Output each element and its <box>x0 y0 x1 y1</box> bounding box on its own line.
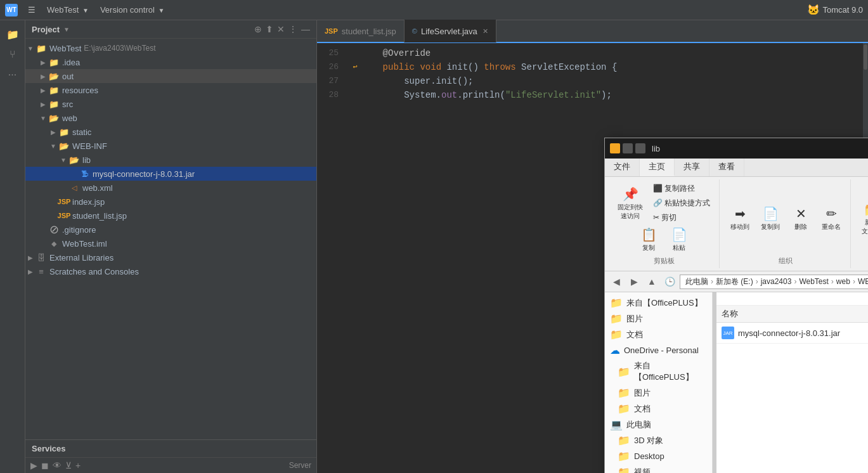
title-icon-gray2 <box>635 143 645 153</box>
exp-item-pictures2[interactable]: 📁 图片 <box>605 385 712 401</box>
pin-btn[interactable]: 📌 固定到快速访问 <box>614 184 647 223</box>
tree-item-web[interactable]: ▼ 📂 web <box>25 111 316 125</box>
tree-item-scratches[interactable]: ▶ ≡ Scratches and Consoles <box>25 264 316 278</box>
ribbon-group-organize: ➡ 移动到 📄 复制到 ✕ 删除 <box>721 179 851 268</box>
add-service-icon[interactable]: + <box>75 460 81 470</box>
web-folder-icon: 📂 <box>48 112 60 124</box>
hamburger-menu[interactable]: ☰ <box>23 3 41 17</box>
tree-item-lib[interactable]: ▼ 📂 lib <box>25 153 316 167</box>
tree-label-root: WebTest <box>49 44 81 53</box>
exp-item-officeplus1[interactable]: 📁 来自【OfficePLUS】 <box>605 295 712 311</box>
ribbon-tab-view[interactable]: 查看 <box>709 159 744 176</box>
filter-icon[interactable]: ⊻ <box>65 460 72 470</box>
stop-icon[interactable]: ◼ <box>41 460 49 470</box>
exp-item-docs1[interactable]: 📁 文档 <box>605 327 712 342</box>
copy-to-btn[interactable]: 📄 复制到 <box>756 204 784 234</box>
line-code-27: super.init(); <box>361 76 868 86</box>
exp-item-desktop[interactable]: 📁 Desktop <box>605 448 712 464</box>
version-control-menu-item[interactable]: Version control ▼ <box>95 3 170 17</box>
collapse-icon[interactable]: ⬆ <box>266 24 273 34</box>
exp-item-docs2[interactable]: 📁 文档 <box>605 401 712 417</box>
tab-close-icon[interactable]: ✕ <box>483 27 488 36</box>
project-header-icons: ⊕ ⬆ ✕ ⋮ — <box>254 24 310 34</box>
tree-item-studentjsp[interactable]: JSP student_list.jsp <box>25 209 316 223</box>
recent-btn[interactable]: 🕒 <box>662 274 677 289</box>
line-code-26: public void init() throws ServletExcepti… <box>361 62 868 72</box>
cut-btn[interactable]: ✂ 剪切 <box>649 211 714 224</box>
tree-label-mysql-jar: mysql-connector-j-8.0.31.jar <box>93 169 195 179</box>
new-buttons: 📁 新建文件夹 📝 新建项目 ▼ ⚡ 轻松访问 ▼ <box>857 182 868 255</box>
sidebar-icon-folder[interactable]: 📁 <box>4 25 22 43</box>
tree-item-webxml[interactable]: ◁ web.xml <box>25 181 316 195</box>
run-icon[interactable]: ▶ <box>30 460 37 470</box>
tree-item-mysql-jar[interactable]: 🗜 mysql-connector-j-8.0.31.jar <box>25 167 316 181</box>
tab-life-servlet[interactable]: © LifeServlet.java ✕ <box>405 20 496 42</box>
paste-shortcut-btn[interactable]: 🔗 粘贴快捷方式 <box>649 197 714 210</box>
path-webtest: WebTest <box>799 277 828 286</box>
delete-btn[interactable]: ✕ 删除 <box>787 204 815 234</box>
tree-item-out[interactable]: ▶ 📂 out <box>25 69 316 83</box>
project-panel: Project ▼ ⊕ ⬆ ✕ ⋮ — ▼ 📁 WebTest E:\java2… <box>25 20 317 473</box>
project-header: Project ▼ ⊕ ⬆ ✕ ⋮ — <box>25 20 316 39</box>
tree-item-iml[interactable]: ◆ WebTest.iml <box>25 236 316 250</box>
tree-item-indexjsp[interactable]: JSP index.jsp <box>25 195 316 209</box>
pin-icon: 📌 <box>623 186 638 202</box>
explorer-sidebar: 📁 来自【OfficePLUS】 📁 图片 📁 文档 ☁ OneDrive - … <box>605 292 713 473</box>
jsp-file-icon: JSP <box>58 196 70 207</box>
jsp2-file-icon: JSP <box>58 210 70 221</box>
tree-item-resources[interactable]: ▶ 📁 resources <box>25 83 316 97</box>
tree-item-idea[interactable]: ▶ 📁 .idea <box>25 55 316 69</box>
static-folder-icon: 📁 <box>58 126 70 138</box>
tree-item-webinf[interactable]: ▼ 📂 WEB-INF <box>25 139 316 153</box>
paste-btn[interactable]: 📄 粘贴 <box>665 224 693 255</box>
copy-label: 复制 <box>642 243 655 252</box>
forward-btn[interactable]: ▶ <box>626 274 642 289</box>
tree-label-webxml: web.xml <box>82 183 113 193</box>
ribbon: 文件 主页 共享 查看 📌 固定到快速访问 ⬛ <box>605 159 868 271</box>
copy-path-btn[interactable]: ⬛ 复制路径 <box>649 182 714 195</box>
project-panel-title: Project <box>32 25 60 34</box>
exp-item-officeplus2[interactable]: 📁 来自【OfficePLUS】 <box>605 358 712 385</box>
tab-student-list[interactable]: JSP student_list.jsp <box>317 20 405 42</box>
tree-label-root-path: E:\java2403\WebTest <box>84 44 155 53</box>
sidebar-icon-more[interactable]: ··· <box>4 66 22 84</box>
tree-item-src[interactable]: ▶ 📁 src <box>25 97 316 111</box>
eye-icon[interactable]: 👁 <box>53 460 62 470</box>
close-panel-icon[interactable]: ✕ <box>277 24 285 34</box>
sidebar-icon-git[interactable]: ⑂ <box>4 46 22 63</box>
exp-item-3dobjects[interactable]: 📁 3D 对象 <box>605 432 712 448</box>
tree-label-webinf: WEB-INF <box>72 141 107 151</box>
col-header-name[interactable]: 名称 <box>722 308 868 320</box>
exp-item-pictures1[interactable]: 📁 图片 <box>605 311 712 327</box>
move-to-btn[interactable]: ➡ 移动到 <box>726 204 754 234</box>
new-folder-btn[interactable]: 📁 新建文件夹 <box>857 199 868 238</box>
rename-btn[interactable]: ✏ 重命名 <box>817 204 845 234</box>
copy-to-icon: 📄 <box>763 206 779 221</box>
up-btn[interactable]: ▲ <box>644 274 659 289</box>
explorer-body: 📁 来自【OfficePLUS】 📁 图片 📁 文档 ☁ OneDrive - … <box>605 292 868 473</box>
exp-item-onedrive[interactable]: ☁ OneDrive - Personal <box>605 342 712 358</box>
gear-icon[interactable]: ⋮ <box>288 24 297 34</box>
tree-item-ext-lib[interactable]: ▶ 🗄 External Libraries <box>25 250 316 264</box>
delete-label: 删除 <box>794 223 807 231</box>
exp-item-computer[interactable]: 💻 此电脑 <box>605 417 712 432</box>
back-btn[interactable]: ◀ <box>609 274 624 289</box>
tree-item-root[interactable]: ▼ 📁 WebTest E:\java2403\WebTest <box>25 41 316 55</box>
minimize-icon[interactable]: — <box>301 24 310 34</box>
ribbon-tab-share[interactable]: 共享 <box>675 159 709 176</box>
address-path[interactable]: 此电脑 › 新加卷 (E:) › java2403 › WebTest › we… <box>680 275 868 289</box>
tree-item-gitignore[interactable]: ⊘ .gitignore <box>25 223 316 236</box>
project-menu-item[interactable]: WebTest ▼ <box>42 3 94 17</box>
file-row-mysql[interactable]: JAR mysql-connector-j-8.0.31.jar 2024/4/… <box>716 323 868 344</box>
tree-label-ext-lib: External Libraries <box>49 253 113 262</box>
ribbon-tab-home[interactable]: 主页 <box>640 159 675 176</box>
tree-item-static[interactable]: ▶ 📁 static <box>25 125 316 139</box>
tree-label-scratches: Scratches and Consoles <box>49 267 139 276</box>
copy-btn[interactable]: 📋 复制 <box>635 224 663 255</box>
add-content-icon[interactable]: ⊕ <box>254 24 262 34</box>
exp-item-videos[interactable]: 📁 视频 <box>605 464 712 473</box>
ribbon-content: 📌 固定到快速访问 ⬛ 复制路径 🔗 粘贴快捷方式 ✂ 剪切 � <box>605 177 868 271</box>
title-icon-gray1 <box>623 143 633 153</box>
idea-folder-icon: 📁 <box>48 56 60 68</box>
ribbon-tab-file[interactable]: 文件 <box>605 159 640 176</box>
